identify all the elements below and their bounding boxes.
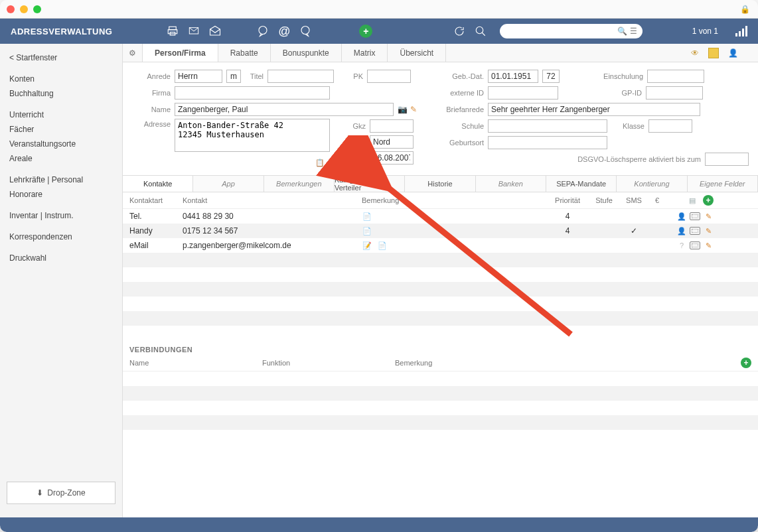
sidebar-item-inventar[interactable]: Inventar | Instrum. — [0, 208, 122, 223]
input-areal[interactable] — [370, 135, 414, 149]
subtab-banken[interactable]: Banken — [476, 176, 546, 192]
subtab-bemerkungen[interactable]: Bemerkungen — [264, 176, 335, 192]
input-briefanrede[interactable] — [488, 103, 700, 116]
sidebar-item-areale[interactable]: Areale — [0, 151, 122, 166]
tab-bonuspunkte[interactable]: Bonuspunkte — [271, 44, 342, 62]
search-box[interactable]: 🔍 ☰ — [500, 24, 643, 38]
input-einschulung[interactable] — [647, 70, 704, 83]
label-schule: Schule — [444, 122, 484, 130]
eye-icon[interactable]: 👁 — [691, 48, 699, 58]
edit-name-icon[interactable]: ✎ — [410, 105, 417, 114]
input-geburtsort[interactable] — [488, 136, 607, 149]
input-age[interactable] — [542, 70, 560, 83]
tab-matrix[interactable]: Matrix — [342, 44, 388, 62]
sidebar-back[interactable]: < Startfenster — [0, 50, 122, 65]
subtab-kontakte[interactable]: Kontakte — [123, 176, 193, 192]
subtab-sepa[interactable]: SEPA-Mandate — [546, 176, 617, 192]
svg-point-6 — [477, 27, 484, 34]
doc-icon[interactable]: 📄 — [362, 212, 372, 221]
action-person-icon[interactable]: 👤 — [676, 226, 687, 235]
sidebar-item-honorare[interactable]: Honorare — [0, 187, 122, 202]
col-kontaktart: Kontaktart — [129, 196, 183, 204]
titlebar: 🔒 — [0, 0, 758, 19]
input-anrede[interactable] — [175, 70, 222, 83]
sidebar-item-unterricht[interactable]: Unterricht — [0, 107, 122, 122]
sidebar-item-konten[interactable]: Konten — [0, 72, 122, 86]
action-edit-icon[interactable]: ✎ — [703, 226, 714, 235]
minimize-window-button[interactable] — [20, 5, 28, 13]
sidebar-item-druckwahl[interactable]: Druckwahl — [0, 251, 122, 265]
subtab-kontierung[interactable]: Kontierung — [617, 176, 687, 192]
mail-open-icon[interactable] — [208, 25, 222, 37]
input-adresse[interactable] — [175, 119, 330, 152]
action-keyboard-icon[interactable] — [690, 241, 700, 249]
tab-rabatte[interactable]: Rabatte — [218, 44, 271, 62]
subtab-historie[interactable]: Historie — [405, 176, 475, 192]
sidebar-item-orte[interactable]: Veranstaltungsorte — [0, 137, 122, 151]
label-firma: Firma — [132, 89, 171, 97]
action-help-icon[interactable]: ? — [676, 241, 687, 250]
close-window-button[interactable] — [7, 5, 15, 13]
col-prio: Priorität — [548, 196, 587, 204]
subtab-eigene[interactable]: Eigene Felder — [688, 176, 758, 192]
tab-person-firma[interactable]: Person/Firma — [143, 44, 218, 62]
doc-icon[interactable]: 📄 — [377, 241, 388, 250]
label-anrede: Anrede — [132, 72, 171, 80]
sidebar-item-korresp[interactable]: Korrespondenzen — [0, 230, 122, 244]
action-person-icon[interactable]: 👤 — [676, 212, 687, 221]
contact-row[interactable]: Handy 0175 12 34 567 📄 4 ✓ 👤 ✎ — [123, 224, 758, 238]
list-view-icon[interactable]: ▤ — [687, 196, 698, 205]
contact-row[interactable]: eMail p.zangenberger@mikelcom.de 📝 📄 ? ✎ — [123, 238, 758, 253]
label-pk: PK — [338, 72, 363, 80]
input-gender[interactable] — [226, 70, 241, 83]
input-klasse[interactable] — [648, 119, 692, 133]
input-firma[interactable] — [175, 86, 330, 100]
list-icon[interactable]: ☰ — [630, 27, 637, 36]
camera-icon[interactable]: 📷 — [398, 105, 408, 114]
input-pk[interactable] — [367, 70, 411, 83]
input-titel[interactable] — [267, 70, 334, 83]
sticky-note-icon[interactable] — [708, 48, 719, 58]
person-icon[interactable]: 👤 — [728, 48, 738, 58]
compose-icon[interactable]: 📝 — [362, 241, 372, 250]
input-gpid[interactable] — [646, 86, 703, 100]
input-externeid[interactable] — [488, 86, 558, 100]
sidebar-item-lehrkraefte[interactable]: Lehrkräfte | Personal — [0, 172, 122, 187]
subtab-kategorien[interactable]: Kategorien & Verteiler — [335, 176, 405, 192]
sms-icon[interactable] — [256, 25, 270, 37]
input-name[interactable] — [175, 103, 394, 116]
add-record-button[interactable]: + — [359, 25, 372, 38]
input-gkz[interactable] — [370, 119, 414, 133]
sidebar-item-faecher[interactable]: Fächer — [0, 122, 122, 137]
search-input[interactable] — [505, 27, 617, 36]
action-edit-icon[interactable]: ✎ — [703, 212, 714, 221]
contact-row[interactable]: Tel. 0441 88 29 30 📄 4 👤 ✎ — [123, 209, 758, 224]
search-person-icon[interactable] — [473, 25, 488, 37]
gear-icon[interactable]: ⚙ — [123, 44, 143, 62]
tab-uebersicht[interactable]: Übersicht — [388, 44, 446, 62]
maximize-window-button[interactable] — [33, 5, 41, 13]
input-schule[interactable] — [488, 119, 607, 133]
action-keyboard-icon[interactable] — [690, 212, 700, 220]
input-1kont[interactable] — [370, 151, 414, 165]
print-icon[interactable] — [165, 25, 180, 37]
label-klasse: Klasse — [611, 122, 644, 130]
col-bemerkung: Bemerkung — [362, 196, 548, 204]
doc-icon[interactable]: 📄 — [362, 226, 372, 235]
add-connection-button[interactable]: + — [741, 358, 751, 368]
search-icon[interactable]: 🔍 — [617, 27, 627, 36]
subtab-app[interactable]: App — [193, 176, 264, 192]
clipboard-icon[interactable]: 📋 — [315, 159, 325, 166]
action-keyboard-icon[interactable] — [690, 227, 700, 235]
refresh-icon[interactable] — [452, 25, 467, 37]
mail-icon[interactable] — [187, 25, 201, 37]
app-message-icon[interactable] — [298, 25, 313, 37]
email-at-icon[interactable]: @ — [277, 25, 291, 37]
sidebar-item-buchhaltung[interactable]: Buchhaltung — [0, 86, 122, 101]
input-dsgvo[interactable] — [705, 153, 749, 166]
action-edit-icon[interactable]: ✎ — [703, 241, 714, 250]
input-gebdat[interactable] — [488, 70, 538, 83]
connections-header: Name Funktion Bemerkung + — [123, 355, 758, 371]
add-contact-button[interactable]: + — [703, 195, 714, 206]
drop-zone[interactable]: ⬇ Drop-Zone — [7, 482, 115, 504]
